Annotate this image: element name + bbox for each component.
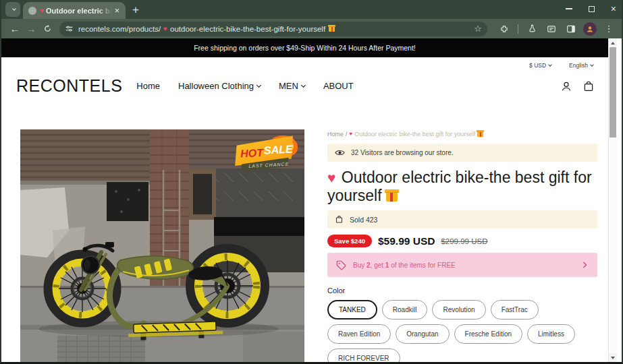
product-image[interactable]: HOT SALE LAST CHANCE [20, 129, 304, 362]
gift-icon [477, 131, 483, 137]
page-scrollbar[interactable] [608, 38, 617, 362]
color-option-revolution[interactable]: Revolution [432, 300, 485, 320]
sold-count-banner: Sold 423 [327, 210, 597, 229]
arrow-down-icon [611, 357, 615, 359]
maximize-icon[interactable] [589, 6, 595, 12]
address-bar[interactable]: recontels.com/products/♥outdoor-electric… [59, 22, 487, 36]
window-controls: × [566, 0, 616, 18]
promo-banner[interactable]: Buy 2, get 1 of the items for FREE [327, 253, 597, 277]
cart-bag-icon[interactable] [583, 80, 595, 92]
url-text: recontels.com/products/♥outdoor-electric… [78, 25, 474, 33]
color-option-roadkill[interactable]: Roadkill [382, 300, 428, 320]
product-photo-bike: HOT SALE LAST CHANCE [20, 129, 304, 362]
color-option-tanked[interactable]: TANKED [327, 300, 377, 320]
labs-button[interactable] [524, 22, 539, 36]
scrollbar-up-button[interactable] [609, 38, 617, 47]
visitors-text: 32 Visitors are browsing our store. [351, 149, 454, 156]
back-button[interactable]: ← [7, 21, 23, 37]
extensions-button[interactable] [497, 22, 512, 36]
bookmark-star-icon[interactable]: ☆ [474, 24, 482, 34]
store-logo[interactable]: RECONTELS [16, 76, 122, 96]
currency-selector[interactable]: $ USD [529, 62, 551, 69]
toolbar-icons: ⋮ [497, 22, 616, 36]
heart-icon: ♥ [350, 131, 353, 137]
nav-item-men[interactable]: MEN [279, 81, 305, 91]
chevron-down-icon [301, 83, 306, 88]
save-badge: Save $240 [327, 235, 372, 247]
eye-icon [335, 148, 345, 158]
color-option-rich-forever[interactable]: RICH FOREVER [327, 348, 400, 362]
chevron-down-icon [548, 63, 552, 67]
breadcrumb-separator: / [346, 131, 348, 138]
arrow-up-icon [611, 42, 615, 44]
browser-toolbar: ← → recontels.com/products/♥outdoor-elec… [1, 19, 622, 38]
color-options: TANKED Roadkill Revolution FastTrac Rave… [327, 300, 597, 362]
product-title: ♥ Outdoor electric bike-the best gift fo… [327, 169, 597, 205]
extensions-icon [499, 24, 509, 34]
announcement-text: Free shipping on orders over $49-Ship Wi… [194, 44, 416, 52]
color-label: Color [327, 286, 597, 295]
chevron-down-icon [590, 63, 594, 67]
profile-avatar[interactable] [583, 22, 597, 36]
nav-label: Home [136, 81, 160, 91]
color-option-fresche-edition[interactable]: Fresche Edition [454, 324, 522, 344]
nav-item-home[interactable]: Home [136, 81, 160, 91]
tab-search-button[interactable] [5, 2, 20, 17]
heart-icon: ♥ [327, 170, 335, 185]
new-tab-button[interactable]: + [132, 4, 139, 16]
locale-selectors: $ USD English [529, 62, 593, 69]
announcement-bar: Free shipping on orders over $49-Ship Wi… [1, 38, 608, 57]
color-option-limitless[interactable]: Limitless [527, 324, 575, 344]
tune-icon [65, 24, 74, 33]
reload-button[interactable] [39, 21, 55, 37]
gift-icon [386, 192, 398, 202]
breadcrumb-current: Outdoor electric bike-the best gift for … [354, 131, 475, 138]
toolbar-divider [518, 24, 518, 34]
tab-strip: ♥ Outdoor electric bike-the b × + × [1, 0, 622, 19]
chevron-down-icon [12, 7, 16, 11]
forward-button[interactable]: → [23, 21, 39, 37]
reading-mode-icon [547, 24, 556, 34]
avatar-person-icon [586, 25, 594, 33]
chevron-down-icon [256, 83, 261, 88]
side-panel-button[interactable] [564, 22, 578, 36]
current-price: $59.99 USD [378, 235, 435, 247]
nav-item-halloween-clothing[interactable]: Halloween Clothing [178, 81, 261, 91]
reading-mode-button[interactable] [544, 22, 559, 36]
scrollbar-thumb[interactable] [610, 47, 616, 138]
gift-icon [329, 26, 335, 32]
browser-window: ♥ Outdoor electric bike-the b × + × ← → … [0, 0, 623, 364]
sold-count-text: Sold 423 [350, 216, 377, 224]
product-info: Home / ♥ Outdoor electric bike-the best … [327, 129, 597, 362]
url-host: recontels.com/products/ [78, 25, 161, 33]
product-title-text: Outdoor electric bike-the best gift for … [327, 169, 592, 204]
tab-close-icon[interactable]: × [112, 6, 121, 15]
breadcrumb: Home / ♥ Outdoor electric bike-the best … [327, 131, 597, 138]
color-option-raven-edition[interactable]: Raven Edition [327, 324, 391, 344]
color-option-orangutan[interactable]: Orangutan [396, 324, 449, 344]
close-icon[interactable]: × [611, 4, 616, 13]
heart-icon: ♥ [163, 26, 167, 32]
badge-sale-text: SALE [264, 143, 294, 156]
browser-menu-button[interactable]: ⋮ [601, 22, 616, 36]
breadcrumb-home-link[interactable]: Home [327, 131, 344, 138]
language-selector[interactable]: English [569, 62, 593, 69]
currency-label: $ USD [529, 62, 546, 69]
color-option-fasttrac[interactable]: FastTrac [491, 300, 539, 320]
minimize-icon[interactable] [566, 8, 572, 9]
heart-icon: ♥ [40, 7, 44, 14]
side-panel-icon [566, 24, 576, 34]
visitors-notice: 32 Visitors are browsing our store. [327, 144, 597, 162]
nav-item-about[interactable]: ABOUT [323, 81, 354, 91]
favicon-icon [28, 7, 36, 15]
site-header: $ USD English RECONTELS Home Halloween C… [1, 57, 608, 115]
nav-label: ABOUT [323, 81, 354, 91]
language-label: English [569, 62, 588, 69]
browser-tab[interactable]: ♥ Outdoor electric bike-the b × [23, 2, 126, 19]
badge-hot-text: HOT [240, 147, 265, 160]
scrollbar-down-button[interactable] [609, 353, 617, 362]
chevron-right-icon[interactable] [580, 261, 589, 269]
account-icon[interactable] [560, 80, 572, 92]
tag-icon [336, 260, 346, 270]
reload-icon [43, 24, 52, 33]
